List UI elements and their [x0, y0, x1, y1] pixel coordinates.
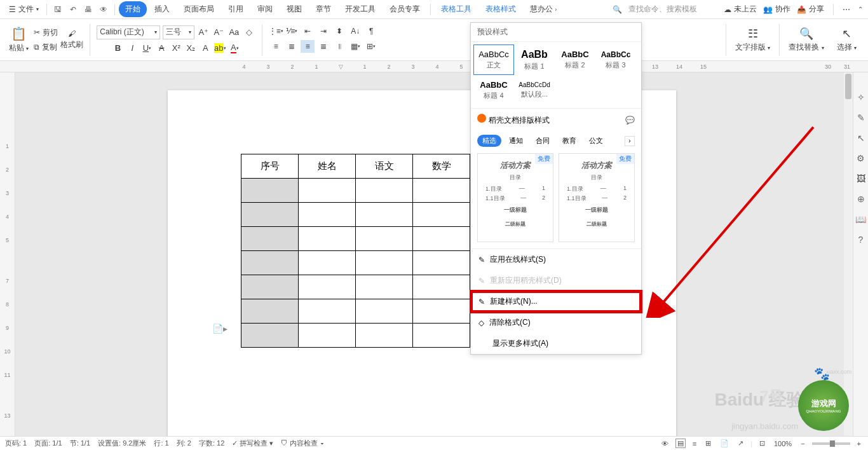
tab-table-styles[interactable]: 表格样式: [479, 1, 522, 17]
bullets-button[interactable]: ⋮≡▾: [269, 25, 283, 38]
cursor-icon[interactable]: ↖: [855, 132, 867, 144]
table-header-cell[interactable]: 数学: [413, 154, 470, 179]
style-tab-notice[interactable]: 通知: [504, 135, 528, 147]
subscript-button[interactable]: X₂: [184, 42, 197, 55]
globe-icon[interactable]: ⊕: [855, 193, 867, 205]
copy-button[interactable]: ⧉复制: [32, 41, 59, 54]
style-tab-education[interactable]: 教育: [557, 135, 581, 147]
style-item-body[interactable]: AaBbCc正文: [473, 44, 514, 75]
shading-button[interactable]: ▦▾: [348, 40, 362, 53]
cut-button[interactable]: ✂剪切: [32, 26, 59, 39]
distribute-button[interactable]: ⫴: [332, 40, 346, 53]
align-right-button[interactable]: ≡: [301, 40, 315, 53]
settings-icon[interactable]: ⚙: [855, 153, 867, 164]
zoom-out-button[interactable]: −: [799, 440, 806, 447]
show-marks-button[interactable]: ¶: [364, 25, 378, 38]
print-icon[interactable]: 🖶: [81, 3, 95, 17]
italic-button[interactable]: I: [126, 42, 139, 55]
status-page[interactable]: 页面: 1/1: [34, 439, 62, 448]
line-spacing-button[interactable]: ⬍: [332, 25, 346, 38]
font-name-select[interactable]: Calibri (正文)▾: [97, 25, 160, 39]
status-words[interactable]: 字数: 12: [199, 439, 224, 448]
fit-width-icon[interactable]: ⊡: [757, 439, 767, 447]
search-input[interactable]: 查找命令、搜索模板: [628, 4, 717, 15]
view-web-icon[interactable]: ⊞: [703, 439, 713, 447]
help-icon[interactable]: ?: [855, 234, 867, 245]
chevron-up-icon[interactable]: ⌃: [858, 6, 863, 13]
font-color-button[interactable]: A▾: [228, 42, 241, 55]
tab-chapter[interactable]: 章节: [309, 1, 337, 17]
status-page-no[interactable]: 页码: 1: [5, 439, 27, 448]
tab-developer[interactable]: 开发工具: [339, 1, 382, 17]
zoom-in-button[interactable]: +: [855, 440, 863, 447]
change-case-icon[interactable]: Aa: [227, 26, 240, 39]
style-item-h2[interactable]: AaBbC标题 2: [555, 44, 595, 75]
view-read-icon[interactable]: 📄: [718, 439, 731, 447]
text-effect-button[interactable]: A: [199, 42, 212, 55]
font-size-select[interactable]: 三号▾: [163, 25, 194, 39]
clear-format[interactable]: ◇清除格式(C): [471, 312, 641, 333]
underline-button[interactable]: U▾: [140, 42, 153, 55]
document-table[interactable]: 序号 姓名 语文 数学: [241, 154, 470, 348]
tab-huiban[interactable]: 慧办公 ›: [524, 1, 563, 17]
undo-icon[interactable]: ↶: [66, 3, 80, 17]
status-spell[interactable]: ✓ 拼写检查 ▾: [232, 439, 273, 448]
table-header-cell[interactable]: 姓名: [299, 154, 356, 179]
align-center-button[interactable]: ≣: [285, 40, 299, 53]
find-replace-button[interactable]: 🔍 查找替换 ▾: [782, 27, 830, 53]
tab-review[interactable]: 审阅: [251, 1, 279, 17]
style-item-h4[interactable]: AaBbC标题 4: [473, 75, 514, 106]
tab-insert[interactable]: 插入: [148, 1, 176, 17]
table-header-cell[interactable]: 序号: [241, 154, 299, 179]
bold-button[interactable]: B: [111, 42, 124, 55]
zoom-value[interactable]: 100%: [772, 440, 794, 447]
eye-icon[interactable]: 👁: [660, 440, 670, 447]
template-card[interactable]: 免费 活动方案 目录 1.目录—1 1.1目录—2 一级标题 二级标题: [477, 153, 553, 242]
decrease-indent-button[interactable]: ⇤: [301, 25, 315, 38]
style-item-h3[interactable]: AaBbCc标题 3: [595, 44, 636, 75]
tab-table-tools[interactable]: 表格工具: [435, 1, 478, 17]
more-icon[interactable]: ⋯: [843, 5, 851, 14]
coop-button[interactable]: 👥协作: [763, 4, 790, 15]
status-section[interactable]: 节: 1/1: [70, 439, 90, 448]
pencil-icon[interactable]: ✎: [855, 112, 867, 123]
show-more-styles[interactable]: 显示更多样式(A): [471, 333, 641, 354]
cloud-status[interactable]: ☁未上云: [724, 4, 757, 15]
chat-icon[interactable]: 💬: [625, 116, 635, 125]
format-painter[interactable]: 🖌 格式刷: [60, 29, 83, 50]
share-button[interactable]: 📤分享: [797, 4, 824, 15]
template-card[interactable]: 免费 活动方案 目录 1.目录—1 1.1目录—2 一级标题 二级标题: [559, 153, 635, 242]
style-tab-featured[interactable]: 精选: [477, 135, 501, 147]
preview-icon[interactable]: 👁: [97, 3, 111, 17]
image-icon[interactable]: 🖼: [855, 173, 867, 184]
clear-format-icon[interactable]: ◇: [243, 26, 255, 39]
table-header-cell[interactable]: 语文: [356, 154, 413, 179]
style-tab-official[interactable]: 公文: [584, 135, 608, 147]
style-item-default[interactable]: AaBbCcDd默认段...: [514, 75, 555, 106]
sort-button[interactable]: A↓: [348, 25, 362, 38]
sparkle-icon[interactable]: ✧: [855, 92, 867, 103]
shrink-font-icon[interactable]: A⁻: [212, 26, 225, 39]
scrollbar-vertical[interactable]: [844, 72, 853, 436]
select-button[interactable]: ↖ 选择 ▾: [831, 27, 863, 53]
file-menu[interactable]: ☰文件▾: [5, 4, 43, 15]
highlight-button[interactable]: ab▾: [214, 42, 226, 55]
strike-button[interactable]: A: [155, 42, 168, 55]
increase-indent-button[interactable]: ⇥: [316, 25, 330, 38]
status-content[interactable]: ⛉ 内容检查 ▾: [281, 439, 323, 448]
tab-page-layout[interactable]: 页面布局: [177, 1, 220, 17]
view-fullscreen-icon[interactable]: ↗: [736, 439, 745, 447]
style-item-h1[interactable]: AaBb标题 1: [514, 44, 555, 75]
tab-reference[interactable]: 引用: [222, 1, 250, 17]
style-tab-more[interactable]: ›: [625, 136, 635, 146]
align-left-button[interactable]: ≡: [269, 40, 283, 53]
save-icon[interactable]: 🖫: [51, 3, 65, 17]
grow-font-icon[interactable]: A⁺: [197, 26, 210, 39]
view-page-icon[interactable]: ▤: [675, 439, 686, 448]
tab-view[interactable]: 视图: [280, 1, 308, 17]
tab-start[interactable]: 开始: [119, 1, 147, 17]
tab-member[interactable]: 会员专享: [383, 1, 426, 17]
align-justify-button[interactable]: ≣: [316, 40, 330, 53]
style-tab-contract[interactable]: 合同: [531, 135, 555, 147]
apply-online-style[interactable]: ✎应用在线样式(S): [471, 249, 641, 270]
